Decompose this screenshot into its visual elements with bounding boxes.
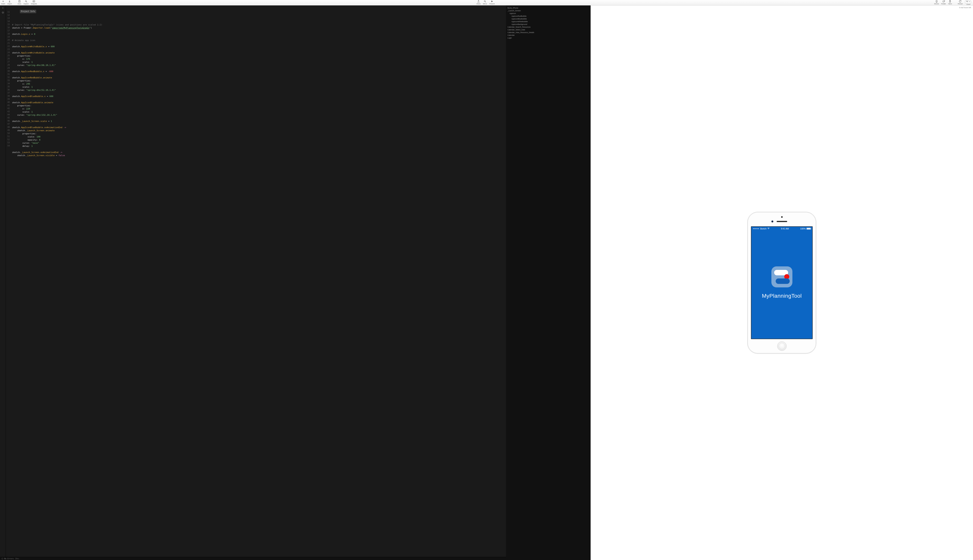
editor-gutter-tools <box>0 5 6 560</box>
device-label: Device <box>934 3 939 5</box>
layer-item[interactable]: AppIconWhiteBubble <box>506 20 590 23</box>
mirror-icon <box>483 0 486 3</box>
svg-point-3 <box>484 1 485 2</box>
trial-hours-label: 5 trial hours left <box>959 7 971 8</box>
insert-label: Insert <box>1 3 5 5</box>
device-screen[interactable]: ●●●●● Sketch 9:41 AM 100% <box>751 226 813 339</box>
import-label: Import <box>7 3 12 5</box>
layer-item[interactable]: AppIcon <box>506 12 590 15</box>
code-editor[interactable]: 1112131415161718192021222324252627282930… <box>0 5 506 560</box>
inspect-icon <box>25 0 27 3</box>
docs-icon <box>18 0 21 3</box>
toolbar: InsertImport DocsInspectSnippets ShareMi… <box>0 0 973 5</box>
front-camera-icon <box>771 220 773 222</box>
share-button[interactable]: Share <box>475 0 481 5</box>
present-icon <box>491 0 493 3</box>
mirror-button[interactable]: Mirror <box>482 0 488 5</box>
insert-icon <box>2 0 5 3</box>
zoom-label: Zoom <box>966 3 970 5</box>
layer-item[interactable]: Calendar_Search_Resources <box>506 26 590 28</box>
app-icon-blue-bubble <box>776 278 790 284</box>
present-button[interactable]: Present <box>488 0 496 5</box>
layer-item[interactable]: _Launch_Screen <box>506 9 590 12</box>
layer-item[interactable]: Login <box>506 37 590 39</box>
layer-item[interactable]: Calendar <box>506 34 590 37</box>
layer-item[interactable]: Calendar_Select_Date <box>506 28 590 31</box>
layer-panel[interactable]: $12Q_iPhone_Launch_ScreenAppIconAppIconR… <box>506 5 590 560</box>
project-info-chip[interactable]: Project Info <box>20 10 36 13</box>
reload-label: Reload <box>958 3 963 5</box>
import-icon <box>8 0 11 3</box>
layer-item[interactable]: Calendar_View_Resource_Details <box>506 31 590 34</box>
snippets-button[interactable]: Snippets <box>30 0 38 5</box>
rotate-button[interactable]: Rotate <box>940 0 947 5</box>
editor-statusbar: No Errors 28ms <box>0 557 506 560</box>
hand-icon <box>949 0 951 3</box>
app-title: MyPlanningTool <box>762 293 802 299</box>
snippets-icon <box>32 0 35 3</box>
reload-button[interactable]: Reload <box>957 0 964 5</box>
mirror-label: Mirror <box>483 3 487 5</box>
share-icon <box>477 0 480 3</box>
insert-button[interactable]: Insert <box>0 0 6 5</box>
code-area[interactable]: Project Info # Import file "MyPlanningTo… <box>11 5 506 560</box>
preview-pane: 5 trial hours left ●●●●● Sketch 9:41 AM <box>590 5 973 560</box>
proximity-sensor-icon <box>781 216 783 218</box>
snippets-label: Snippets <box>31 3 37 5</box>
inspect-label: Inspect <box>23 3 28 5</box>
device-icon <box>935 0 938 3</box>
hand-button[interactable]: Hand <box>947 0 953 5</box>
import-button[interactable]: Import <box>6 0 13 5</box>
rotate-icon <box>942 0 945 3</box>
docs-label: Docs <box>18 3 21 5</box>
launch-screen: MyPlanningTool <box>751 227 812 339</box>
fold-left-icon[interactable] <box>2 7 4 9</box>
layers-icon[interactable] <box>2 11 4 14</box>
line-numbers: 1112131415161718192021222324252627282930… <box>6 5 11 560</box>
zoom-select[interactable]: Fit ▾ <box>965 0 971 3</box>
layer-item[interactable]: AppIconRedBubble <box>506 15 590 18</box>
rotate-label: Rotate <box>941 3 946 5</box>
compile-time: 28ms <box>15 557 19 560</box>
speaker-icon <box>777 221 787 222</box>
svg-point-1 <box>25 1 27 2</box>
layer-item[interactable]: AppIconBlueBubble <box>506 18 590 20</box>
svg-rect-7 <box>943 1 944 2</box>
svg-marker-4 <box>492 1 493 2</box>
layer-item[interactable]: AppIconBackground <box>506 23 590 26</box>
layer-item[interactable]: $12Q_iPhone <box>506 7 590 9</box>
status-dot-icon <box>2 558 3 559</box>
share-label: Share <box>476 3 480 5</box>
errors-label: No Errors <box>4 557 14 560</box>
device-frame: ●●●●● Sketch 9:41 AM 100% <box>747 212 816 354</box>
main: 1112131415161718192021222324252627282930… <box>0 5 973 560</box>
docs-button[interactable]: Docs <box>17 0 22 5</box>
app-icon <box>771 267 792 287</box>
present-label: Present <box>490 3 495 5</box>
svg-rect-2 <box>33 1 35 2</box>
zoom-control[interactable]: Fit ▾ Zoom <box>964 0 973 5</box>
device-button[interactable]: Device <box>933 0 940 5</box>
zoom-value: Fit <box>966 1 968 3</box>
home-button[interactable] <box>777 342 787 351</box>
inspect-button[interactable]: Inspect <box>22 0 30 5</box>
reload-icon <box>959 0 961 3</box>
hand-label: Hand <box>948 3 952 5</box>
